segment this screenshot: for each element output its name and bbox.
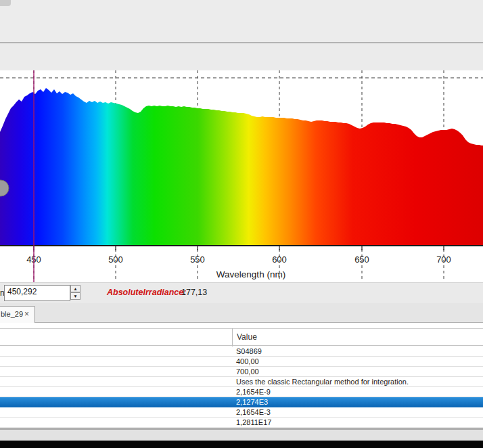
stepper-up-icon[interactable]: ▲ — [70, 285, 80, 292]
table-row[interactable]: S04869 — [0, 346, 483, 357]
spectrum-chart-canvas[interactable]: 450500550600650700Wavelength (nm) — [0, 70, 483, 282]
bottom-black-bar — [0, 441, 483, 448]
table-row-selected[interactable]: 2,1274E3 — [0, 397, 483, 407]
tab-close-icon[interactable]: × — [24, 309, 29, 319]
tick-label-500: 500 — [108, 254, 123, 265]
table-cell-value: 2,1654E-3 — [236, 407, 271, 417]
value-column-header: Value — [237, 332, 257, 342]
table-header-row: Value — [0, 328, 483, 346]
chart-toolbar — [0, 43, 483, 70]
table-cell-value: 2,1274E3 — [236, 397, 268, 407]
window-header-area — [0, 0, 483, 42]
table-cell-value: Uses the classic Rectangular method for … — [236, 377, 409, 386]
table-cell-value: 700,00 — [236, 367, 259, 376]
wavelength-stepper: ▲ ▼ — [70, 285, 80, 300]
table-cell-value: 2,1654E-9 — [236, 387, 271, 397]
table-cell-value: S04869 — [236, 346, 262, 356]
table-row[interactable]: 400,00 — [0, 357, 483, 367]
tab-strip: ble_29 × — [0, 303, 483, 323]
table-cell-value: 400,00 — [236, 357, 259, 366]
spectrum-area — [0, 88, 483, 246]
table-row[interactable]: Uses the classic Rectangular method for … — [0, 377, 483, 387]
corner-smudge — [0, 0, 11, 6]
tab-label: ble_29 — [1, 310, 23, 318]
spectrum-chart[interactable]: 450500550600650700Wavelength (nm) — [0, 70, 483, 282]
tick-label-650: 650 — [354, 254, 369, 265]
lower-panel-band — [0, 429, 483, 441]
status-bar: n) 450,292 ▲ ▼ AbsoluteIrradiance: 177,1… — [0, 282, 483, 303]
tick-label-700: 700 — [436, 254, 451, 265]
series-name-label: AbsoluteIrradiance: — [107, 288, 186, 297]
spectroscopy-app-window: 450500550600650700Wavelength (nm) n) 450… — [0, 0, 483, 448]
table-row[interactable]: 700,00 — [0, 367, 483, 377]
tab-table-29[interactable]: ble_29 × — [0, 306, 35, 323]
tick-label-550: 550 — [190, 254, 205, 265]
table-row[interactable]: 2,1654E-3 — [0, 407, 483, 418]
results-table: Value S04869400,00700,00Uses the classic… — [0, 323, 483, 429]
x-axis-title: Wavelength (nm) — [216, 269, 285, 279]
wavelength-input[interactable]: 450,292 — [4, 285, 70, 301]
table-row[interactable]: 2,1654E-9 — [0, 387, 483, 397]
table-cell-value: 1,2811E17 — [236, 418, 271, 427]
tick-label-600: 600 — [272, 254, 287, 265]
series-value-readout: 177,13 — [181, 288, 207, 297]
table-row[interactable]: 1,2811E17 — [0, 418, 483, 428]
stepper-down-icon[interactable]: ▼ — [70, 292, 80, 300]
